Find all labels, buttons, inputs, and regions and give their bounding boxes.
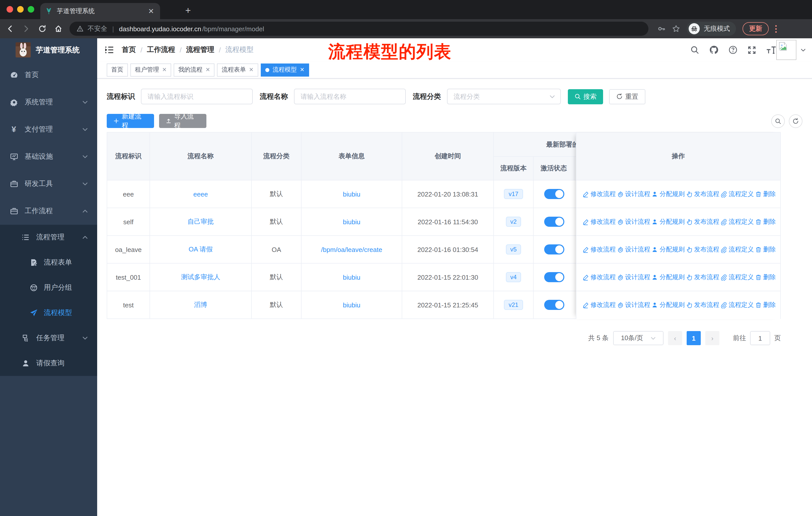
active-toggle[interactable] [544, 189, 564, 199]
breadcrumb-home[interactable]: 首页 [122, 45, 136, 54]
page-size-select[interactable]: 10条/页 [613, 331, 664, 345]
assign-rule-link[interactable]: 分配规则 [651, 273, 685, 281]
search-button[interactable]: 搜索 [568, 89, 603, 104]
window-maximize-button[interactable] [28, 6, 34, 12]
show-search-toggle-button[interactable] [771, 114, 785, 128]
active-toggle[interactable] [544, 244, 564, 254]
fullscreen-icon[interactable] [748, 46, 756, 54]
delete-link[interactable]: 删除 [755, 301, 776, 309]
process-name-link[interactable]: 自己审批 [187, 217, 214, 226]
sidebar-toggle-icon[interactable] [97, 46, 122, 54]
form-link[interactable]: biubiu [343, 218, 360, 225]
modify-process-link[interactable]: 修改流程 [582, 190, 616, 198]
version-tag[interactable]: v21 [504, 300, 523, 310]
close-icon[interactable]: ✕ [249, 66, 254, 73]
publish-process-link[interactable]: 发布流程 [686, 273, 719, 281]
active-toggle[interactable] [544, 272, 564, 282]
breadcrumb-workflow[interactable]: 工作流程 [147, 45, 175, 54]
tab-my-process[interactable]: 我的流程✕ [174, 63, 214, 76]
version-tag[interactable]: v2 [506, 217, 521, 227]
browser-menu-icon[interactable] [775, 25, 777, 32]
github-icon[interactable] [709, 45, 718, 54]
sidebar-item-leave-query[interactable]: 请假查询 [0, 351, 97, 376]
form-link[interactable]: /bpm/oa/leave/create [321, 246, 382, 253]
modify-process-link[interactable]: 修改流程 [582, 217, 616, 226]
reset-button[interactable]: 重置 [609, 89, 645, 104]
process-definition-link[interactable]: 流程定义 [721, 217, 754, 226]
header-search-icon[interactable] [690, 45, 699, 54]
version-tag[interactable]: v5 [506, 244, 521, 254]
sidebar-item-process-model[interactable]: 流程模型 [0, 300, 97, 326]
delete-link[interactable]: 删除 [755, 190, 776, 198]
create-process-button[interactable]: 新建流程 [107, 114, 154, 128]
sidebar-item-process-form[interactable]: 流程表单 [0, 250, 97, 275]
design-process-link[interactable]: 设计流程 [617, 217, 650, 226]
browser-update-button[interactable]: 更新 [743, 22, 769, 35]
process-name-link[interactable]: eeee [193, 190, 208, 198]
delete-link[interactable]: 删除 [755, 245, 776, 254]
modify-process-link[interactable]: 修改流程 [582, 273, 616, 281]
sidebar-item-task-mgmt[interactable]: 任务管理 [0, 326, 97, 351]
reload-icon[interactable] [38, 25, 46, 33]
assign-rule-link[interactable]: 分配规则 [651, 217, 685, 226]
next-page-button[interactable]: › [705, 331, 719, 345]
home-icon[interactable] [54, 25, 62, 33]
sidebar-item-system[interactable]: 系统管理 [0, 89, 97, 116]
close-icon[interactable]: ✕ [300, 66, 304, 73]
sidebar-item-devtools[interactable]: 研发工具 [0, 170, 97, 197]
process-definition-link[interactable]: 流程定义 [721, 190, 754, 198]
app-logo[interactable]: 芋道管理系统 [0, 38, 97, 61]
active-toggle[interactable] [544, 217, 564, 227]
process-name-input[interactable]: 请输入流程名称 [294, 89, 406, 104]
form-link[interactable]: biubiu [343, 190, 360, 198]
publish-process-link[interactable]: 发布流程 [686, 245, 719, 254]
process-key-input[interactable]: 请输入流程标识 [141, 89, 253, 104]
avatar-caret-down-icon[interactable] [801, 47, 806, 53]
sidebar-item-user-group[interactable]: 用户分组 [0, 275, 97, 300]
process-name-link[interactable]: 测试多审批人 [181, 273, 220, 282]
back-icon[interactable] [6, 25, 14, 33]
sidebar-item-infra[interactable]: 基础设施 [0, 143, 97, 170]
process-name-link[interactable]: OA 请假 [188, 245, 212, 254]
current-page-button[interactable]: 1 [687, 331, 701, 345]
publish-process-link[interactable]: 发布流程 [686, 217, 719, 226]
tab-process-form[interactable]: 流程表单✕ [217, 63, 258, 76]
process-name-link[interactable]: 滔博 [194, 300, 207, 309]
form-link[interactable]: biubiu [343, 301, 360, 309]
design-process-link[interactable]: 设计流程 [617, 273, 650, 281]
process-definition-link[interactable]: 流程定义 [721, 245, 754, 254]
bookmark-star-icon[interactable] [672, 25, 680, 33]
import-process-button[interactable]: 导入流程 [159, 114, 206, 128]
window-controls[interactable] [6, 6, 34, 12]
refresh-table-button[interactable] [789, 114, 803, 128]
new-tab-button[interactable]: + [185, 5, 191, 16]
version-tag[interactable]: v4 [506, 272, 521, 282]
close-icon[interactable]: ✕ [205, 66, 210, 73]
assign-rule-link[interactable]: 分配规则 [651, 245, 685, 254]
key-icon[interactable] [658, 25, 666, 33]
forward-icon[interactable] [22, 25, 30, 33]
goto-page-input[interactable]: 1 [750, 331, 770, 345]
sidebar-item-home[interactable]: 首页 [0, 61, 97, 89]
design-process-link[interactable]: 设计流程 [617, 245, 650, 254]
prev-page-button[interactable]: ‹ [668, 331, 682, 345]
version-tag[interactable]: v17 [504, 189, 523, 199]
close-icon[interactable]: ✕ [162, 66, 167, 73]
process-definition-link[interactable]: 流程定义 [721, 301, 754, 309]
design-process-link[interactable]: 设计流程 [617, 190, 650, 198]
address-bar[interactable]: 不安全 | dashboard.yudao.iocoder.cn/bpm/man… [69, 22, 648, 36]
sidebar-item-payment[interactable]: ¥ 支付管理 [0, 116, 97, 143]
assign-rule-link[interactable]: 分配规则 [651, 190, 685, 198]
window-minimize-button[interactable] [17, 6, 24, 12]
sidebar-item-process-mgmt[interactable]: 流程管理 [0, 225, 97, 250]
assign-rule-link[interactable]: 分配规则 [651, 301, 685, 309]
category-select[interactable]: 流程分类 [447, 89, 561, 104]
browser-tab[interactable]: 芋道管理系统 ✕ [40, 3, 160, 19]
tab-tenant-mgmt[interactable]: 租户管理✕ [130, 63, 171, 76]
breadcrumb-process-mgmt[interactable]: 流程管理 [186, 45, 214, 54]
modify-process-link[interactable]: 修改流程 [582, 301, 616, 309]
modify-process-link[interactable]: 修改流程 [582, 245, 616, 254]
tab-close-icon[interactable]: ✕ [147, 7, 155, 15]
help-icon[interactable] [728, 45, 737, 54]
avatar[interactable] [776, 40, 796, 60]
